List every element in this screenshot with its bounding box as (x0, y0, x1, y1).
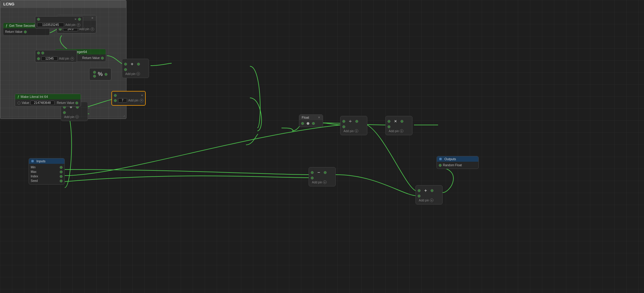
minus-add-pin[interactable]: Add pin + (311, 180, 334, 184)
plus1-row1: + (124, 61, 147, 67)
divide-out[interactable] (355, 120, 358, 123)
multiply-add-pin[interactable]: Add pin + (387, 129, 410, 133)
lcng-percent-in2[interactable] (93, 75, 96, 78)
float-close-icon[interactable]: ✕ (318, 116, 320, 119)
inputs-header: Inputs (29, 158, 64, 164)
lcng-make-literal-value-input[interactable] (30, 101, 54, 105)
outputs-body: Random Float (437, 162, 478, 169)
plus1-add-pin[interactable]: Add pin + (124, 72, 147, 76)
inputs-index-pin[interactable] (60, 175, 63, 178)
float-title: Float (302, 116, 309, 119)
lcng-window: LCNG ✕ Add pin + Add pin (0, 0, 126, 119)
minus-out[interactable] (324, 171, 327, 174)
lcng-percent-node: % (89, 68, 111, 80)
lcng-make-literal-title: Make Literal Int 64 (21, 95, 48, 98)
divide-in2[interactable] (342, 125, 345, 128)
inputs-max-pin[interactable] (60, 170, 63, 173)
lcng-make-literal-node: ƒ Make Literal Int 64 Value Return Value (15, 94, 81, 107)
lcng-inner2-body (35, 50, 77, 56)
plus-br-add-pin-icon[interactable]: + (430, 198, 434, 202)
plus-br-in1[interactable] (418, 189, 421, 192)
lcng-inner1-body: ✕ (35, 17, 83, 22)
float-mid-pin[interactable] (306, 122, 310, 125)
outputs-icon (439, 158, 442, 160)
divide-node: ÷ Add pin + (340, 116, 367, 135)
lcng-make-literal-out-pin[interactable] (75, 101, 78, 104)
lcng-percent-body: % (93, 71, 107, 78)
inputs-seed-row: Seed (31, 179, 63, 183)
plus1-add-pin-label: Add pin (125, 72, 135, 76)
multiply-add-pin-icon[interactable]: + (400, 129, 403, 133)
inputs-node: Inputs Min Max Index Seed (29, 158, 65, 185)
float-out-pin[interactable] (312, 122, 315, 125)
plus1-out[interactable] (137, 63, 140, 66)
lcng-inner1-x[interactable]: ✕ (74, 18, 77, 21)
plus-br-row2 (418, 194, 440, 198)
minus-in1[interactable] (311, 171, 314, 174)
outputs-random-float-pin[interactable] (439, 164, 442, 167)
divide-add-pin-label: Add pin (344, 129, 354, 133)
lcng-inner-node2: Add pin + (35, 50, 77, 62)
lcng-inner2-in-pin[interactable] (37, 51, 40, 55)
inputs-max-row: Max (31, 170, 63, 174)
inputs-seed-pin[interactable] (60, 179, 63, 182)
lcng-make-literal-in-pin[interactable] (17, 101, 20, 104)
lcng-inner1-add-pin-btn[interactable]: + (77, 23, 80, 27)
lcng-inner2-add-pin-btn[interactable]: + (70, 57, 74, 61)
lcng-inner2-value-input[interactable] (41, 56, 58, 61)
minus-add-pin-icon[interactable]: + (323, 180, 327, 184)
multiply-row1: × (387, 118, 410, 125)
multiply-in2[interactable] (387, 125, 390, 128)
plus-br-out[interactable] (431, 189, 434, 192)
outputs-title: Outputs (444, 157, 456, 161)
plus-br-node: + Add pin + (415, 185, 443, 204)
inputs-max-label: Max (31, 170, 36, 173)
divide-in1[interactable] (342, 120, 345, 123)
lcng-resize-handle[interactable]: ⌟ (123, 113, 125, 117)
lcng-inner1-out-pin[interactable] (78, 18, 81, 21)
plus-br-in2[interactable] (418, 195, 421, 198)
divide-add-pin[interactable]: Add pin + (342, 129, 365, 133)
minus-node: − Add pin + (309, 167, 336, 186)
multiply-out[interactable] (400, 120, 403, 123)
lcng-inner-node1: ✕ Add pin + (35, 16, 83, 29)
minus-body: − Add pin + (309, 167, 335, 186)
plus-br-add-pin[interactable]: Add pin + (418, 198, 440, 202)
inputs-min-pin[interactable] (60, 166, 63, 169)
lcng-inner2-pin2[interactable] (37, 57, 40, 60)
inputs-seed-label: Seed (31, 179, 38, 182)
multiply-op: × (394, 119, 397, 124)
lcng-inner1-in-pin[interactable] (37, 18, 40, 21)
multiply-add-pin-label: Add pin (389, 129, 399, 133)
plus-br-op: + (424, 188, 427, 193)
inputs-icon (31, 160, 34, 162)
seven-add-pin-btn[interactable]: + (140, 99, 143, 102)
lcng-make-literal-return-label: Return Value (57, 101, 74, 104)
lcng-body: ✕ Add pin + Add pin + (0, 8, 126, 118)
lcng-percent-out[interactable] (104, 73, 107, 76)
lcng-make-literal-header: ƒ Make Literal Int 64 (15, 94, 81, 99)
plus1-body: + Add pin + (122, 59, 149, 78)
inputs-title: Inputs (36, 159, 45, 163)
lcng-percent-in1[interactable] (93, 71, 96, 74)
minus-in2[interactable] (311, 176, 314, 179)
plus1-op: + (131, 61, 133, 67)
float-body (299, 120, 323, 127)
inputs-min-label: Min (31, 166, 36, 169)
outputs-random-float-row: Random Float (439, 163, 477, 167)
lcng-percent-inputs (93, 71, 96, 78)
plus1-add-pin-icon[interactable]: + (136, 72, 140, 76)
inputs-min-row: Min (31, 165, 63, 170)
divide-add-pin-icon[interactable]: + (355, 129, 358, 133)
float-in-pin[interactable] (301, 122, 304, 125)
lcng-make-literal-value-label: Value (22, 101, 29, 104)
seven-add-pin-label: Add pin (128, 99, 138, 102)
lcng-inner2-out-pin[interactable] (41, 51, 44, 55)
lcng-make-literal-body: Value Return Value (15, 99, 81, 106)
outputs-random-float-label: Random Float (443, 164, 462, 167)
lcng-inner1-value-input[interactable] (37, 23, 64, 27)
seven-x-icon[interactable]: ✕ (141, 94, 143, 97)
multiply-in1[interactable] (387, 120, 390, 123)
float-pin-row (301, 121, 321, 126)
divide-row2 (342, 125, 365, 129)
